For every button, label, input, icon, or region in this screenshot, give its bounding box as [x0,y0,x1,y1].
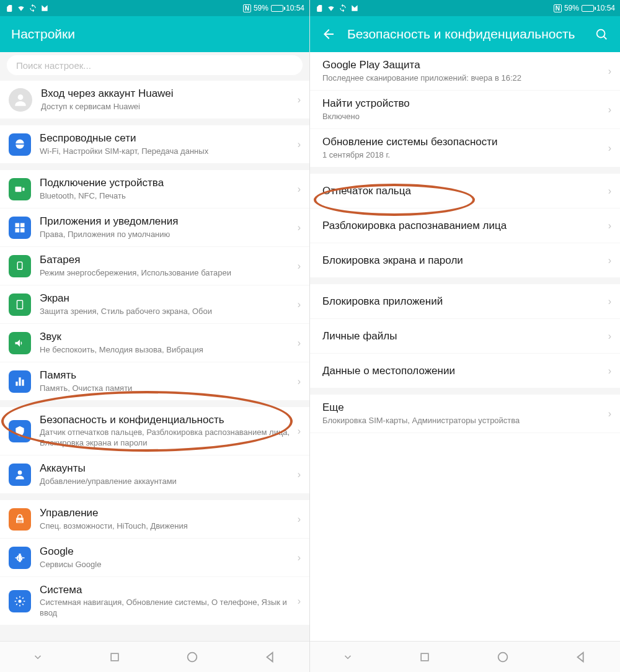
security-row[interactable]: Данные о местоположении› [310,354,620,388]
row-icon [9,133,31,156]
svg-marker-20 [578,652,583,661]
nav-home-icon[interactable] [496,650,510,664]
row-sub: Режим энергосбережения, Использование ба… [40,268,293,279]
security-row[interactable]: Google Play ЗащитаПоследнее сканирование… [310,52,620,91]
chevron-right-icon: › [608,331,611,342]
mail-icon [350,4,359,12]
nfc-icon: N [554,4,562,12]
settings-list[interactable]: Поиск настроек... Вход через аккаунт Hua… [0,52,309,641]
nav-expand-icon[interactable] [342,652,353,663]
chevron-right-icon: › [608,365,611,377]
settings-row[interactable]: Безопасность и конфиденциальностьДатчик … [0,407,309,455]
nav-expand-icon[interactable] [32,652,43,663]
chevron-right-icon: › [608,408,611,419]
row-title: Отпечаток пальца [322,184,603,197]
settings-row[interactable]: БатареяРежим энергосбережения, Использов… [0,247,309,285]
chevron-right-icon: › [298,261,301,272]
row-sub: Добавление/управление аккаунтами [40,477,293,487]
row-title: Разблокировка распознаванием лица [322,219,603,232]
row-icon [9,508,31,531]
settings-row[interactable]: Беспроводные сетиWi-Fi, Настройки SIM-ка… [0,125,309,164]
page-title: Безопасность и конфиденциальность [347,27,583,42]
sim-icon [5,4,14,12]
chevron-right-icon: › [298,338,301,349]
row-sub: Спец. возможности, HiTouch, Движения [40,521,293,532]
row-sub: Сервисы Google [40,560,293,570]
svg-rect-7 [17,262,22,269]
phone-right: N 59% 10:54 Безопасность и конфиденциаль… [310,0,620,672]
row-title: Данные о местоположении [322,364,603,377]
row-sub: Защита зрения, Стиль рабочего экрана, Об… [40,307,293,317]
huawei-account-row[interactable]: Вход через аккаунт Huawei Доступ к серви… [0,81,309,119]
settings-row[interactable]: АккаунтыДобавление/управление аккаунтами… [0,455,309,494]
svg-marker-15 [267,652,273,661]
nav-home-icon[interactable] [185,650,199,664]
settings-row[interactable]: Подключение устройстваBluetooth, NFC, Пе… [0,170,309,208]
row-title: Блокировка экрана и пароли [322,254,603,267]
search-icon[interactable] [594,27,609,42]
nav-recents-icon[interactable] [108,650,122,664]
row-title: Обновление системы безопасности [322,135,603,148]
nav-back-icon[interactable] [264,650,277,664]
chevron-right-icon: › [298,139,301,150]
row-title: Найти устройство [322,97,603,110]
row-title: Подключение устройства [40,176,293,189]
row-sub: Последнее сканирование приложений: вчера… [322,73,603,84]
security-row[interactable]: Личные файлы› [310,319,620,354]
settings-row[interactable]: GGoogleСервисы Google› [0,539,309,577]
security-list[interactable]: Google Play ЗащитаПоследнее сканирование… [310,52,620,641]
row-title: Еще [322,401,603,414]
battery-pct: 59% [254,4,268,12]
status-time: 10:54 [286,4,304,12]
svg-point-12 [19,599,22,603]
row-sub: Права, Приложения по умолчанию [40,230,293,240]
search-placeholder: Поиск настроек... [16,60,91,71]
security-row[interactable]: Блокировка приложений› [310,284,620,319]
settings-row[interactable]: ПамятьПамять, Очистка памяти› [0,362,309,401]
chevron-right-icon: › [298,552,301,563]
row-title: Память [40,369,293,382]
row-title: Приложения и уведомления [40,215,293,228]
chevron-right-icon: › [608,104,611,115]
row-sub: Включено [322,112,603,122]
settings-row[interactable]: СистемаСистемная навигация, Обновление с… [0,577,309,625]
chevron-right-icon: › [608,186,611,197]
svg-rect-2 [22,187,24,190]
settings-row[interactable]: УправлениеСпец. возможности, HiTouch, Дв… [0,500,309,539]
security-row[interactable]: Разблокировка распознаванием лица› [310,208,620,243]
wifi-icon [17,4,25,12]
row-title: Система [40,583,293,596]
chevron-right-icon: › [298,376,301,387]
settings-row[interactable]: Приложения и уведомленияПрава, Приложени… [0,208,309,247]
row-icon [9,370,31,393]
row-title: Батарея [40,253,293,266]
security-row[interactable]: Найти устройствоВключено› [310,91,620,129]
security-row[interactable]: ЕщеБлокировка SIM-карты, Администраторы … [310,395,620,433]
search-input[interactable]: Поиск настроек... [6,55,303,76]
row-title: Беспроводные сети [40,132,293,145]
row-title: Аккаунты [40,462,293,475]
settings-row[interactable]: ЗвукНе беспокоить, Мелодия вызова, Вибра… [0,324,309,362]
wifi-icon [327,4,335,12]
security-row[interactable]: Блокировка экрана и пароли› [310,243,620,278]
sim-icon [315,4,324,12]
nav-back-icon[interactable] [574,650,588,664]
row-icon [9,178,31,200]
security-row[interactable]: Отпечаток пальца› [310,174,620,208]
row-title: Экран [40,292,293,305]
security-header: Безопасность и конфиденциальность [310,16,620,52]
row-title: Вход через аккаунт Huawei [41,87,293,100]
chevron-right-icon: › [298,514,301,525]
row-icon: G [9,547,31,569]
row-sub: Память, Очистка памяти [40,383,293,394]
row-title: Звук [40,330,293,343]
row-sub: Системная навигация, Обновление системы,… [40,598,293,619]
back-arrow-icon[interactable] [321,27,336,42]
row-title: Управление [40,506,293,519]
security-row[interactable]: Обновление системы безопасности1 сентябр… [310,129,620,168]
svg-rect-13 [111,653,118,661]
settings-row[interactable]: ЭкранЗащита зрения, Стиль рабочего экран… [0,285,309,324]
chevron-right-icon: › [608,143,611,154]
nav-recents-icon[interactable] [418,650,432,664]
row-icon [9,255,31,277]
